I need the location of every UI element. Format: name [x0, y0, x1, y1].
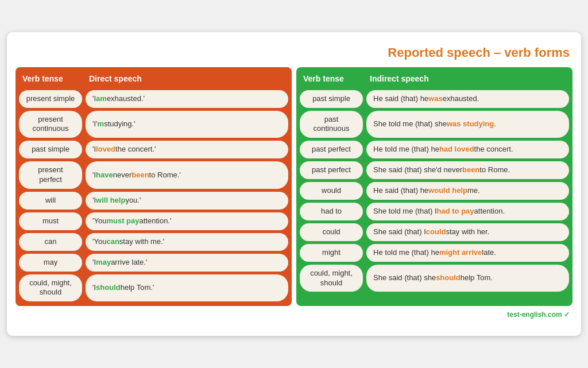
direct-speech-cell: 'You can stay with me.'	[86, 233, 288, 251]
direct-table-row: present continuous'I'm studying.'	[19, 111, 288, 138]
direct-speech-header: Direct speech	[86, 72, 288, 86]
indirect-speech-cell: She said (that) she'd never been to Rome…	[366, 161, 569, 179]
indirect-header-row: Verb tense Indirect speech	[296, 67, 572, 90]
main-card: Reported speech – verb forms Verb tense …	[7, 32, 581, 336]
indirect-table-row: mightHe told me (that) he might arrive l…	[300, 244, 569, 262]
indirect-table-row: past perfectShe said (that) she'd never …	[300, 161, 569, 179]
page-title: Reported speech – verb forms	[16, 41, 572, 67]
indirect-table-row: past continuousShe told me (that) she wa…	[300, 111, 569, 138]
direct-table-row: must'You must pay attention.'	[19, 212, 288, 230]
indirect-verb-tense-cell: past continuous	[300, 111, 363, 138]
direct-table-row: past simple'I loved the concert.'	[19, 141, 288, 158]
indirect-speech-cell: She said (that) she should help Tom.	[366, 265, 569, 292]
indirect-verb-tense-cell: could, might, should	[300, 265, 363, 292]
direct-verb-tense-cell: present simple	[19, 90, 82, 108]
indirect-speech-cell: He told me (that) he might arrive late.	[366, 244, 569, 262]
indirect-speech-cell: He said (that) he was exhausted.	[366, 90, 569, 108]
direct-verb-tense-cell: present continuous	[19, 111, 82, 138]
direct-verb-tense-cell: will	[19, 192, 82, 210]
footer: test-english.com ✓	[16, 306, 572, 319]
direct-table-row: could, might, should'I should help Tom.'	[19, 274, 288, 302]
indirect-table-row: could, might, shouldShe said (that) she …	[300, 265, 569, 292]
direct-verb-tense-header: Verb tense	[19, 72, 82, 86]
indirect-table-row: had toShe told me (that) I had to pay at…	[300, 203, 569, 220]
indirect-speech-cell: She told me (that) I had to pay attentio…	[366, 203, 569, 220]
indirect-speech-table: Verb tense Indirect speech past simpleHe…	[296, 67, 572, 307]
direct-verb-tense-cell: must	[19, 212, 82, 230]
direct-table-row: may'I may arrive late.'	[19, 254, 288, 272]
indirect-verb-tense-cell: past perfect	[300, 161, 363, 179]
indirect-speech-cell: She told me (that) she was studying.	[366, 111, 569, 138]
direct-verb-tense-cell: could, might, should	[19, 274, 82, 302]
indirect-verb-tense-cell: past simple	[300, 90, 363, 108]
direct-speech-cell: 'I will help you.'	[86, 192, 288, 210]
direct-table-row: present simple'I am exhausted.'	[19, 90, 288, 108]
indirect-table-row: couldShe said (that) I could stay with h…	[300, 223, 569, 241]
direct-speech-cell: 'I loved the concert.'	[86, 141, 288, 158]
direct-verb-tense-cell: present perfect	[19, 161, 82, 189]
indirect-table-row: past perfectHe told me (that) he had lov…	[300, 141, 569, 158]
indirect-speech-header: Indirect speech	[366, 72, 569, 86]
indirect-table-row: past simpleHe said (that) he was exhaust…	[300, 90, 569, 108]
direct-speech-cell: 'I have never been to Rome.'	[86, 161, 288, 189]
direct-speech-table: Verb tense Direct speech present simple'…	[16, 67, 292, 307]
checkmark-icon: ✓	[564, 311, 570, 319]
indirect-speech-cell: He told me (that) he had loved the conce…	[366, 141, 569, 158]
indirect-rows: past simpleHe said (that) he was exhaust…	[296, 90, 572, 297]
indirect-table-row: wouldHe said (that) he would help me.	[300, 182, 569, 200]
indirect-verb-tense-header: Verb tense	[300, 72, 363, 86]
direct-table-row: present perfect'I have never been to Rom…	[19, 161, 288, 189]
direct-speech-cell: 'You must pay attention.'	[86, 212, 288, 230]
direct-verb-tense-cell: may	[19, 254, 82, 272]
indirect-verb-tense-cell: might	[300, 244, 363, 262]
indirect-speech-cell: He said (that) he would help me.	[366, 182, 569, 200]
direct-speech-cell: 'I should help Tom.'	[86, 274, 288, 302]
indirect-verb-tense-cell: past perfect	[300, 141, 363, 158]
indirect-speech-cell: She said (that) I could stay with her.	[366, 223, 569, 241]
indirect-verb-tense-cell: could	[300, 223, 363, 241]
footer-text: test-english.com	[507, 311, 562, 319]
indirect-verb-tense-cell: had to	[300, 203, 363, 220]
direct-verb-tense-cell: past simple	[19, 141, 82, 158]
direct-speech-cell: 'I'm studying.'	[86, 111, 288, 138]
direct-table-row: can'You can stay with me.'	[19, 233, 288, 251]
direct-rows: present simple'I am exhausted.'present c…	[16, 90, 292, 307]
indirect-verb-tense-cell: would	[300, 182, 363, 200]
table-wrapper: Verb tense Direct speech present simple'…	[16, 67, 572, 307]
direct-verb-tense-cell: can	[19, 233, 82, 251]
direct-speech-cell: 'I may arrive late.'	[86, 254, 288, 272]
direct-speech-cell: 'I am exhausted.'	[86, 90, 288, 108]
direct-header-row: Verb tense Direct speech	[16, 67, 292, 90]
direct-table-row: will'I will help you.'	[19, 192, 288, 210]
